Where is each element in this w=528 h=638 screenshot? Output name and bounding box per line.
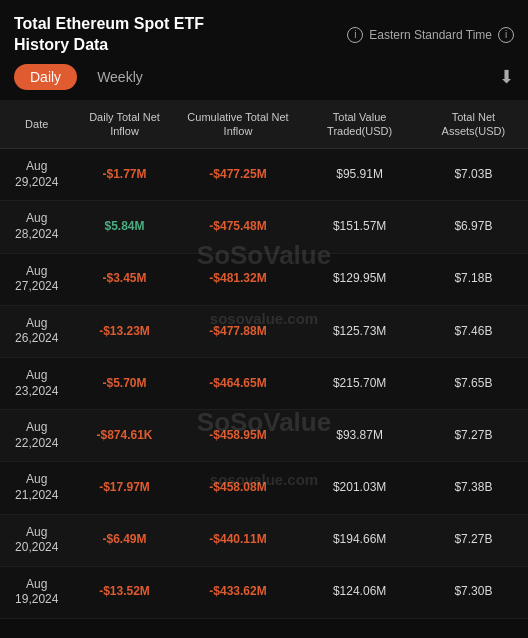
cell-daily-net: -$5.70M [73,357,175,409]
cell-date: Aug 27,2024 [0,253,73,305]
cell-cumulative-net: -$458.95M [176,410,301,462]
cell-date: Aug 20,2024 [0,514,73,566]
cell-daily-net: $5.84M [73,201,175,253]
table-row: Aug 28,2024$5.84M-$475.48M$151.57M$6.97B [0,201,528,253]
cell-daily-net: -$6.49M [73,514,175,566]
cell-cumulative-net: -$481.32M [176,253,301,305]
tabs-container: Daily Weekly [14,64,159,90]
cell-date: Aug 19,2024 [0,566,73,618]
table-row: Aug 22,2024-$874.61K-$458.95M$93.87M$7.2… [0,410,528,462]
table-wrapper: Date Daily Total Net Inflow Cumulative T… [0,100,528,619]
cell-total-net-assets: $7.18B [419,253,528,305]
cell-cumulative-net: -$458.08M [176,462,301,514]
col-cumulative-net: Cumulative Total Net Inflow [176,100,301,149]
cell-total-net-assets: $7.03B [419,149,528,201]
cell-daily-net: -$3.45M [73,253,175,305]
cell-total-value: $124.06M [300,566,418,618]
cell-cumulative-net: -$464.65M [176,357,301,409]
table-header-row: Date Daily Total Net Inflow Cumulative T… [0,100,528,149]
cell-total-net-assets: $7.27B [419,514,528,566]
tab-weekly[interactable]: Weekly [81,64,159,90]
cell-total-value: $125.73M [300,305,418,357]
info-icon[interactable]: i [347,27,363,43]
cell-total-net-assets: $7.27B [419,410,528,462]
download-button[interactable]: ⬇ [499,66,514,88]
cell-total-value: $129.95M [300,253,418,305]
cell-cumulative-net: -$433.62M [176,566,301,618]
cell-total-value: $95.91M [300,149,418,201]
table-row: Aug 21,2024-$17.97M-$458.08M$201.03M$7.3… [0,462,528,514]
table-row: Aug 29,2024-$1.77M-$477.25M$95.91M$7.03B [0,149,528,201]
cell-daily-net: -$13.52M [73,566,175,618]
cell-daily-net: -$874.61K [73,410,175,462]
col-total-value: Total Value Traded(USD) [300,100,418,149]
cell-total-net-assets: $7.38B [419,462,528,514]
cell-daily-net: -$17.97M [73,462,175,514]
table-row: Aug 23,2024-$5.70M-$464.65M$215.70M$7.65… [0,357,528,409]
cell-total-net-assets: $7.46B [419,305,528,357]
table-row: Aug 20,2024-$6.49M-$440.11M$194.66M$7.27… [0,514,528,566]
cell-total-value: $93.87M [300,410,418,462]
cell-daily-net: -$1.77M [73,149,175,201]
col-daily-net: Daily Total Net Inflow [73,100,175,149]
tabs-row: Daily Weekly ⬇ [0,64,528,100]
page-header: Total Ethereum Spot ETF History Data i E… [0,0,528,64]
cell-date: Aug 28,2024 [0,201,73,253]
header-right: i Eastern Standard Time i [347,27,514,43]
table-container: Date Daily Total Net Inflow Cumulative T… [0,100,528,619]
cell-date: Aug 22,2024 [0,410,73,462]
table-row: Aug 19,2024-$13.52M-$433.62M$124.06M$7.3… [0,566,528,618]
col-total-net-assets: Total Net Assets(USD) [419,100,528,149]
cell-date: Aug 21,2024 [0,462,73,514]
page-title: Total Ethereum Spot ETF History Data [14,14,234,56]
cell-date: Aug 26,2024 [0,305,73,357]
cell-total-net-assets: $7.30B [419,566,528,618]
cell-cumulative-net: -$477.25M [176,149,301,201]
cell-total-value: $215.70M [300,357,418,409]
cell-daily-net: -$13.23M [73,305,175,357]
timezone-label: Eastern Standard Time [369,28,492,42]
cell-total-net-assets: $7.65B [419,357,528,409]
cell-cumulative-net: -$477.88M [176,305,301,357]
cell-date: Aug 29,2024 [0,149,73,201]
cell-cumulative-net: -$440.11M [176,514,301,566]
cell-date: Aug 23,2024 [0,357,73,409]
cell-total-value: $194.66M [300,514,418,566]
cell-total-value: $201.03M [300,462,418,514]
cell-cumulative-net: -$475.48M [176,201,301,253]
cell-total-value: $151.57M [300,201,418,253]
table-row: Aug 26,2024-$13.23M-$477.88M$125.73M$7.4… [0,305,528,357]
info-icon-2[interactable]: i [498,27,514,43]
tab-daily[interactable]: Daily [14,64,77,90]
col-date: Date [0,100,73,149]
data-table: Date Daily Total Net Inflow Cumulative T… [0,100,528,619]
cell-total-net-assets: $6.97B [419,201,528,253]
table-row: Aug 27,2024-$3.45M-$481.32M$129.95M$7.18… [0,253,528,305]
